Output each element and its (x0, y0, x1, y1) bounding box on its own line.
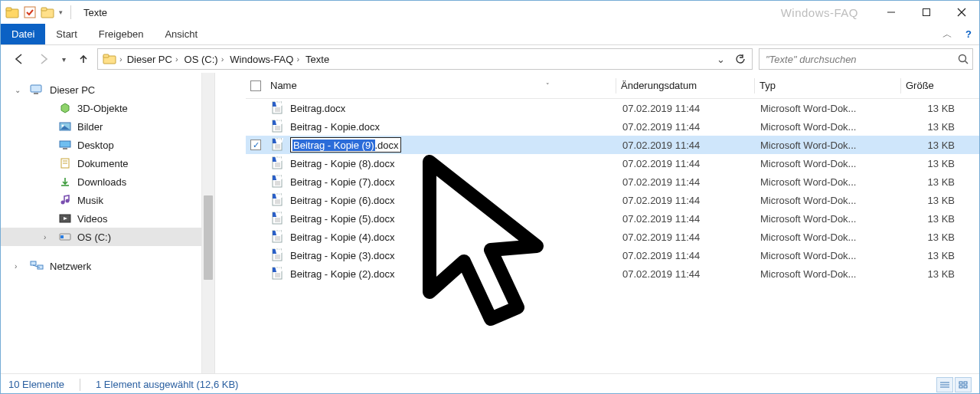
svg-rect-18 (63, 148, 67, 149)
ribbon-expand-icon[interactable]: ︿ (936, 24, 958, 44)
file-type: Microsoft Word-Dok... (756, 231, 901, 243)
back-button[interactable] (8, 48, 30, 70)
checkbox-qat-icon[interactable] (24, 6, 36, 18)
thumbnails-view-button[interactable] (955, 377, 972, 392)
refresh-icon[interactable] (730, 50, 750, 68)
tab-view[interactable]: Ansicht (154, 24, 208, 44)
word-doc-icon: W (270, 138, 284, 152)
breadcrumb[interactable]: OS (C:)› (183, 52, 226, 67)
svg-text:W: W (275, 212, 285, 218)
file-row[interactable]: WBeitrag - Kopie (9).docx 07.02.2019 11:… (246, 136, 979, 154)
svg-text:W: W (275, 101, 285, 108)
column-label: Typ (760, 80, 776, 91)
file-row[interactable]: WBeitrag - Kopie (7).docx 07.02.2019 11:… (246, 172, 979, 191)
file-type: Microsoft Word-Dok... (756, 140, 901, 151)
svg-text:W: W (275, 230, 285, 237)
search-icon[interactable] (957, 53, 969, 65)
maximize-button[interactable] (909, 1, 944, 24)
recent-locations-button[interactable]: ▾ (57, 48, 70, 70)
rename-input[interactable]: Beitrag - Kopie (9).docx (290, 137, 401, 153)
file-name: Beitrag - Kopie (2).docx (290, 268, 395, 280)
scrollbar[interactable] (201, 73, 214, 373)
up-button[interactable] (73, 48, 94, 70)
file-type: Microsoft Word-Dok... (756, 250, 901, 261)
status-selection: 1 Element ausgewählt (12,6 KB) (96, 379, 238, 390)
file-size: 13 KB (901, 213, 970, 225)
search-input[interactable] (766, 54, 957, 65)
file-size: 13 KB (901, 121, 970, 133)
tree-item[interactable]: Dokumente (1, 154, 214, 172)
word-doc-icon: W (270, 230, 284, 244)
breadcrumb[interactable]: Windows-FAQ› (228, 52, 301, 67)
tree-label: Dokumente (77, 158, 128, 169)
tree-item-this-pc[interactable]: ⌄ Dieser PC (1, 80, 214, 99)
chevron-right-icon[interactable]: › (221, 54, 224, 64)
file-row[interactable]: WBeitrag - Kopie (5).docx 07.02.2019 11:… (246, 209, 979, 228)
help-icon[interactable]: ? (958, 24, 979, 44)
collapse-icon[interactable]: ⌄ (15, 86, 24, 94)
svg-rect-97 (964, 386, 967, 388)
column-type[interactable]: Typ (755, 80, 900, 91)
file-row[interactable]: WBeitrag - Kopie (8).docx 07.02.2019 11:… (246, 154, 979, 172)
file-date: 07.02.2019 11:44 (618, 268, 756, 280)
column-headers: Name˅ Änderungsdatum Typ Größe (246, 73, 979, 99)
navigation-bar: ▾ › Dieser PC› OS (C:)› Windows-FAQ› Tex… (1, 45, 979, 73)
column-checkbox[interactable] (246, 80, 266, 91)
qat-dropdown-icon[interactable]: ▾ (59, 8, 63, 16)
tab-file[interactable]: Datei (1, 24, 45, 44)
tab-start[interactable]: Start (45, 24, 87, 44)
column-date[interactable]: Änderungsdatum (616, 80, 754, 91)
file-date: 07.02.2019 11:44 (618, 140, 756, 151)
close-button[interactable] (944, 1, 979, 24)
tree-item[interactable]: Videos (1, 209, 214, 228)
svg-rect-2 (24, 7, 35, 18)
tree-label: Musik (77, 195, 103, 206)
tree-item[interactable]: Desktop (1, 136, 214, 154)
row-checkbox[interactable] (250, 140, 261, 150)
word-doc-icon: W (270, 175, 284, 189)
folder-qat-icon[interactable] (41, 6, 54, 18)
address-bar[interactable]: › Dieser PC› OS (C:)› Windows-FAQ› Texte… (97, 48, 753, 70)
tree-item[interactable]: Musik (1, 191, 214, 209)
scrollbar-thumb[interactable] (204, 195, 213, 280)
tree-item-network[interactable]: › Netzwerk (1, 257, 214, 275)
file-name: Beitrag - Kopie (4).docx (290, 231, 395, 243)
file-row[interactable]: WBeitrag - Kopie (2).docx 07.02.2019 11:… (246, 264, 979, 283)
file-size: 13 KB (901, 268, 970, 280)
details-view-button[interactable] (936, 377, 953, 392)
chevron-right-icon[interactable]: › (175, 54, 178, 64)
tree-item[interactable]: Downloads (1, 172, 214, 191)
search-box[interactable] (759, 48, 973, 70)
tree-item[interactable]: Bilder (1, 117, 214, 136)
folder-icon (59, 140, 71, 150)
select-all-checkbox[interactable] (250, 80, 261, 91)
address-dropdown-icon[interactable]: ⌄ (710, 50, 730, 68)
breadcrumb[interactable]: Texte (304, 52, 331, 67)
file-row[interactable]: WBeitrag - Kopie (3).docx 07.02.2019 11:… (246, 246, 979, 264)
tree-label: 3D-Objekte (77, 103, 128, 114)
folder-icon (59, 213, 71, 224)
file-date: 07.02.2019 11:44 (618, 103, 756, 114)
folder-icon (59, 176, 71, 187)
column-name[interactable]: Name˅ (266, 80, 616, 91)
file-type: Microsoft Word-Dok... (756, 176, 901, 188)
file-row[interactable]: WBeitrag.docx 07.02.2019 11:44 Microsoft… (246, 99, 979, 117)
chevron-right-icon[interactable]: › (119, 54, 122, 64)
file-row[interactable]: WBeitrag - Kopie.docx 07.02.2019 11:44 M… (246, 117, 979, 136)
tab-share[interactable]: Freigeben (88, 24, 155, 44)
separator (70, 5, 71, 19)
file-row[interactable]: WBeitrag - Kopie (6).docx 07.02.2019 11:… (246, 191, 979, 209)
view-switcher (936, 377, 972, 392)
minimize-button[interactable] (874, 1, 909, 24)
tree-item[interactable]: › OS (C:) (1, 228, 214, 246)
forward-button[interactable] (33, 48, 54, 70)
column-size[interactable]: Größe (901, 80, 970, 91)
breadcrumb-label: Dieser PC (127, 54, 172, 65)
file-row[interactable]: WBeitrag - Kopie (4).docx 07.02.2019 11:… (246, 228, 979, 246)
expand-icon[interactable]: › (44, 233, 53, 241)
breadcrumb[interactable]: Dieser PC› (126, 52, 180, 67)
chevron-right-icon[interactable]: › (296, 54, 299, 64)
expand-icon[interactable]: › (15, 262, 24, 271)
tree-item[interactable]: 3D-Objekte (1, 99, 214, 117)
folder-icon (59, 158, 71, 169)
